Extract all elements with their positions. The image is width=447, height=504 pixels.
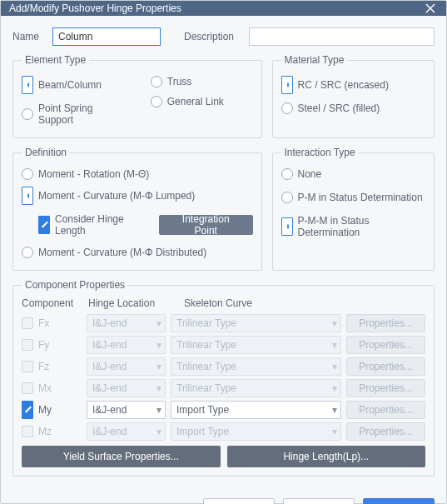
properties-button-my: Properties...	[346, 401, 425, 419]
close-icon[interactable]	[423, 1, 438, 16]
cancel-button[interactable]: Cancel	[283, 498, 355, 504]
skeleton-curve-fx: Trilinear Type▾	[171, 314, 341, 332]
chevron-down-icon: ▾	[332, 317, 337, 329]
skeleton-curve-fy: Trilinear Type▾	[171, 336, 341, 354]
hinge-location-my[interactable]: I&J-end▾	[87, 401, 166, 419]
dialog-window: Add/Modify Pushover Hinge Properties Nam…	[0, 0, 447, 504]
radio-interaction-pmm[interactable]: P-M-M in Status Determination	[281, 215, 425, 238]
component-row-fx: Fx I&J-end▾ Trilinear Type▾ Properties..…	[22, 314, 425, 332]
chevron-down-icon: ▾	[332, 404, 337, 416]
material-type-group: Material Type RC / SRC (encased) Steel /…	[272, 54, 435, 138]
component-row-mx: Mx I&J-end▾ Trilinear Type▾ Properties..…	[22, 379, 425, 397]
chevron-down-icon: ▾	[332, 382, 337, 394]
component-row-fy: Fy I&J-end▾ Trilinear Type▾ Properties..…	[22, 336, 425, 354]
radio-moment-rotation[interactable]: Moment - Rotation (M-Θ)	[22, 168, 253, 180]
radio-steel-src[interactable]: Steel / SRC (filled)	[281, 102, 425, 114]
yield-surface-properties-button[interactable]: Yield Surface Properties...	[22, 446, 221, 467]
properties-button-fy: Properties...	[346, 336, 425, 354]
name-label: Name	[12, 31, 46, 42]
chevron-down-icon: ▾	[156, 361, 161, 372]
properties-button-mx: Properties...	[346, 379, 425, 397]
name-input[interactable]	[52, 27, 161, 46]
check-fz	[22, 361, 33, 372]
integration-point-button[interactable]: Integration Point	[159, 215, 253, 235]
radio-interaction-none[interactable]: None	[281, 168, 425, 180]
check-mz	[22, 426, 33, 437]
dialog-footer: OK Cancel Apply	[1, 490, 446, 504]
component-row-my: My I&J-end▾ Import Type▾ Properties...	[22, 401, 425, 419]
radio-truss[interactable]: Truss	[151, 76, 253, 87]
check-consider-hinge-length[interactable]: Consider Hinge Length	[38, 213, 151, 237]
chevron-down-icon: ▾	[332, 361, 337, 372]
check-mx	[22, 382, 33, 394]
chevron-down-icon: ▾	[156, 404, 161, 416]
skeleton-curve-mx: Trilinear Type▾	[171, 379, 341, 397]
component-row-mz: Mz I&J-end▾ Import Type▾ Properties...	[22, 422, 425, 441]
title-bar: Add/Modify Pushover Hinge Properties	[1, 1, 446, 16]
hinge-length-button[interactable]: Hinge Length(Lp)...	[227, 446, 426, 467]
properties-button-fx: Properties...	[346, 314, 425, 332]
radio-beam-column[interactable]: Beam/Column	[22, 76, 124, 94]
radio-point-spring[interactable]: Point Spring Support	[22, 102, 124, 126]
definition-group: Definition Moment - Rotation (M-Θ) Momen…	[12, 147, 262, 271]
skeleton-curve-fz: Trilinear Type▾	[171, 357, 341, 376]
radio-moment-curvature-lumped[interactable]: Moment - Curvature (M-Φ Lumped)	[22, 187, 253, 205]
chevron-down-icon: ▾	[156, 426, 161, 437]
chevron-down-icon: ▾	[332, 339, 337, 351]
header-hinge-location: Hinge Location	[88, 297, 184, 309]
component-row-fz: Fz I&J-end▾ Trilinear Type▾ Properties..…	[22, 357, 425, 376]
check-my[interactable]	[22, 401, 33, 419]
radio-general-link[interactable]: General Link	[151, 96, 253, 107]
interaction-type-group: Interaction Type None P-M in Status Dete…	[272, 147, 435, 271]
check-fy	[22, 339, 33, 351]
description-label: Description	[184, 31, 242, 42]
properties-button-fz: Properties...	[346, 357, 425, 376]
element-type-legend: Element Type	[22, 54, 89, 66]
definition-legend: Definition	[22, 147, 70, 158]
apply-button[interactable]: Apply	[363, 498, 435, 504]
hinge-location-fy: I&J-end▾	[87, 336, 166, 354]
radio-interaction-pm[interactable]: P-M in Status Determination	[281, 192, 425, 203]
check-fx	[22, 317, 33, 329]
hinge-location-mz: I&J-end▾	[87, 422, 166, 441]
chevron-down-icon: ▾	[156, 382, 161, 394]
description-input[interactable]	[249, 27, 435, 46]
window-title: Add/Modify Pushover Hinge Properties	[9, 2, 423, 14]
dialog-body: Name Description Element Type Beam/Colum…	[1, 16, 446, 490]
chevron-down-icon: ▾	[332, 426, 337, 437]
skeleton-curve-mz: Import Type▾	[171, 422, 341, 441]
hinge-location-mx: I&J-end▾	[87, 379, 166, 397]
radio-rc-src[interactable]: RC / SRC (encased)	[281, 76, 425, 94]
component-properties-group: Component Properties Component Hinge Loc…	[12, 279, 435, 477]
properties-button-mz: Properties...	[346, 422, 425, 441]
hinge-location-fx: I&J-end▾	[87, 314, 166, 332]
hinge-location-fz: I&J-end▾	[87, 357, 166, 376]
interaction-type-legend: Interaction Type	[281, 147, 359, 158]
header-component: Component	[22, 297, 88, 309]
header-skeleton-curve: Skeleton Curve	[184, 297, 425, 309]
chevron-down-icon: ▾	[156, 339, 161, 351]
ok-button[interactable]: OK	[203, 498, 275, 504]
component-properties-legend: Component Properties	[22, 279, 128, 291]
element-type-group: Element Type Beam/Column Point Spring Su…	[12, 54, 262, 138]
radio-moment-curvature-distributed[interactable]: Moment - Curvature (M-Φ Distributed)	[22, 247, 253, 258]
material-type-legend: Material Type	[281, 54, 348, 66]
chevron-down-icon: ▾	[156, 317, 161, 329]
skeleton-curve-my[interactable]: Import Type▾	[171, 401, 341, 419]
